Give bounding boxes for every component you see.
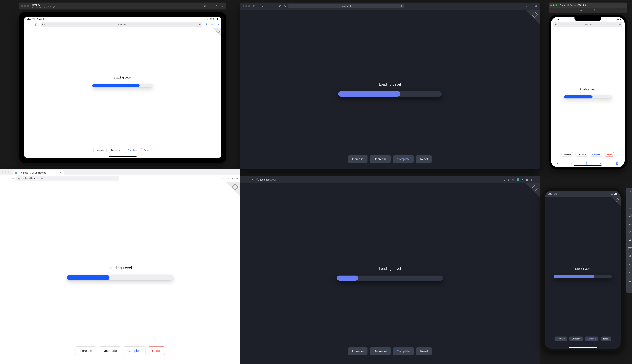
forward-icon[interactable]: › (571, 162, 572, 166)
new-tab-icon[interactable]: ＋ (530, 4, 532, 8)
increase-button[interactable]: Increase (94, 148, 106, 153)
reset-button[interactable]: Reset (601, 336, 611, 341)
home-nav-icon[interactable]: ○ (628, 270, 632, 274)
appearance-icon[interactable]: ◑ (284, 4, 286, 8)
reader-aa-icon[interactable]: AA (42, 24, 45, 26)
overview-nav-icon[interactable]: □ (628, 279, 632, 282)
back-icon[interactable]: ‹ (26, 23, 28, 26)
traffic-lights[interactable] (2, 171, 9, 173)
wand-icon[interactable]: ✦ (198, 4, 201, 8)
increase-button[interactable]: Increase (75, 346, 96, 355)
camera-icon[interactable]: ⌂⃞ (209, 4, 212, 8)
reset-button[interactable]: Reset (416, 155, 432, 163)
menu-icon[interactable]: ≡ (236, 177, 238, 180)
home-indicator[interactable] (569, 347, 596, 348)
star-icon[interactable]: ☆ (223, 177, 226, 180)
sidebar-icon[interactable]: ▥ (252, 4, 255, 8)
back-icon[interactable]: ← (242, 178, 245, 181)
browser-tab[interactable]: Progress | GUI Challenges ✕ (13, 170, 64, 175)
screenshot-icon[interactable]: ⧉ (203, 4, 206, 8)
eyedropper-icon[interactable]: ✎ (228, 177, 230, 180)
back-icon[interactable]: ‹ (262, 5, 263, 8)
reading-list-icon[interactable]: ≣ (526, 178, 528, 181)
rotate-left-icon[interactable]: ◇ (628, 230, 632, 234)
back-icon[interactable]: ‹ (557, 162, 558, 166)
mic-icon[interactable]: ⇞ (530, 178, 533, 181)
minimize-icon[interactable]: — (629, 198, 631, 201)
info-icon[interactable]: ⓘ (256, 178, 259, 182)
firefox-address-field[interactable]: ⊘ 🗋 localhost:3000 (16, 176, 119, 181)
complete-button[interactable]: Complete (393, 155, 414, 163)
zoom-icon[interactable]: ⊕ (628, 254, 632, 258)
chevron-down-icon[interactable]: ⌄ (258, 4, 260, 8)
menu-icon[interactable]: ⋮ (535, 178, 538, 181)
safari-address-bar[interactable]: localhost ↻ (288, 4, 404, 8)
ipad-address-bar[interactable]: AA localhost ↻ (40, 22, 202, 27)
power-icon[interactable]: ⏻ (628, 206, 632, 210)
decrease-button[interactable]: Decrease (109, 148, 123, 153)
new-tab-icon[interactable]: ＋ (65, 170, 70, 174)
reset-button[interactable]: Reset (416, 347, 432, 355)
chrome-address-field[interactable]: ⓘ localhost:3000 (256, 178, 501, 182)
decrease-button[interactable]: Decrease (575, 152, 588, 156)
shield-icon[interactable]: ⊘ (18, 177, 20, 180)
volume-down-icon[interactable]: 🔉 (628, 222, 632, 226)
bookmarks-icon[interactable]: ▭ (600, 162, 603, 166)
decrease-button[interactable]: Decrease (569, 336, 583, 341)
traffic-lights[interactable] (242, 5, 250, 7)
shield-icon[interactable]: ◐ (279, 4, 281, 8)
new-tab-icon[interactable]: ＋ (211, 22, 214, 26)
home-indicator[interactable] (574, 166, 602, 166)
volume-up-icon[interactable]: 🔊 (628, 214, 632, 218)
visbug-corner-icon[interactable] (608, 197, 620, 210)
camera-icon[interactable]: 📷 (628, 246, 632, 250)
reload-icon[interactable]: ↻ (252, 178, 254, 181)
forward-icon[interactable]: → (247, 178, 250, 181)
home-indicator[interactable] (109, 156, 136, 157)
reload-icon[interactable]: ↻ (12, 177, 14, 180)
rotate-right-icon[interactable]: ◆ (628, 238, 632, 242)
forward-icon[interactable]: › (30, 23, 32, 26)
visbug-corner-icon[interactable] (208, 28, 221, 41)
reload-icon[interactable]: ↻ (401, 5, 403, 8)
increase-button[interactable]: Increase (554, 336, 567, 341)
home-icon[interactable]: ⌂ (587, 9, 588, 12)
forward-icon[interactable]: → (7, 177, 10, 180)
close-icon[interactable]: ✕ (629, 190, 631, 193)
extensions-icon[interactable]: ✦ (522, 178, 524, 181)
reset-button[interactable]: Reset (148, 346, 165, 355)
share-icon[interactable]: ⇪ (508, 178, 510, 181)
back-icon[interactable]: ← (2, 177, 5, 180)
profile-avatar[interactable] (516, 178, 520, 181)
reset-button[interactable]: Reset (605, 152, 614, 156)
lock-icon[interactable]: 🗋 (22, 177, 24, 180)
traffic-lights[interactable] (550, 4, 557, 6)
reset-button[interactable]: Reset (141, 148, 152, 153)
back-nav-icon[interactable]: ◁ (628, 262, 632, 266)
complete-button[interactable]: Complete (590, 152, 602, 156)
tabs-icon[interactable]: ⧉ (217, 23, 219, 26)
forward-icon[interactable]: › (266, 5, 266, 8)
tabs-icon[interactable]: ▦ (535, 4, 538, 8)
close-tab-icon[interactable]: ✕ (60, 172, 62, 174)
share-icon[interactable]: ⇪ (221, 4, 224, 8)
share-icon[interactable]: ⇪ (525, 4, 528, 8)
complete-button[interactable]: Complete (393, 347, 414, 355)
complete-button[interactable]: Complete (125, 148, 139, 153)
increase-button[interactable]: Increase (348, 155, 368, 163)
share-icon[interactable]: ⇪ (585, 162, 588, 166)
sidebar-icon[interactable]: ▥ (35, 23, 38, 26)
increase-button[interactable]: Increase (562, 152, 573, 156)
star-icon[interactable]: ☆ (512, 178, 514, 181)
more-icon[interactable]: ⋯ (628, 287, 632, 290)
iphone-address-bar[interactable]: AA localhost ↻ (553, 22, 622, 27)
complete-button[interactable]: Complete (585, 336, 598, 341)
reload-icon[interactable]: ↻ (619, 23, 621, 26)
install-icon[interactable]: ⤓ (503, 178, 505, 181)
home-icon[interactable]: ⌂ (215, 4, 218, 8)
complete-button[interactable]: Complete (123, 346, 146, 355)
screenshot-icon[interactable]: ⧉ (580, 9, 582, 12)
share-icon[interactable]: ⇪ (206, 23, 208, 26)
decrease-button[interactable]: Decrease (370, 155, 391, 163)
decrease-button[interactable]: Decrease (370, 347, 391, 355)
